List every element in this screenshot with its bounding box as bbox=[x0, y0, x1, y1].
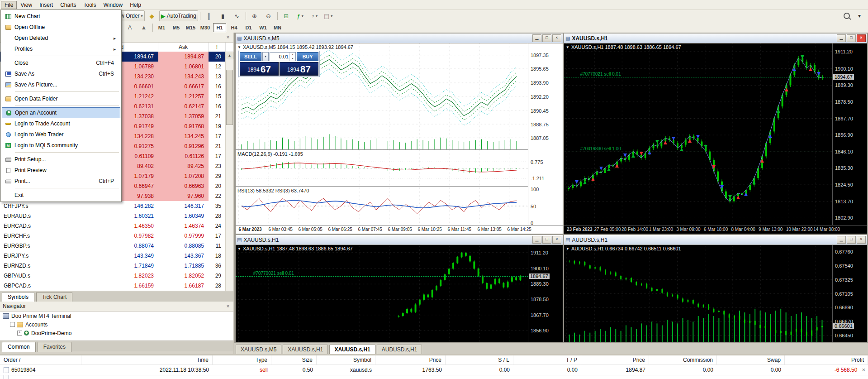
menu-window[interactable]: Window bbox=[100, 1, 127, 9]
market-watch-row[interactable]: GBPCAD.s1.661591.6618728 bbox=[0, 281, 226, 291]
chart-body-xauusd-m5[interactable]: MACD(12,26,9) -0.191 -1.695RSI(13) 58.53… bbox=[236, 43, 563, 234]
sell-button[interactable]: SELL bbox=[240, 52, 261, 61]
file-menu-open-offline[interactable]: Open Offline bbox=[2, 22, 120, 33]
column-header-ask[interactable]: Ask bbox=[158, 43, 209, 52]
market-watch-row[interactable]: EURCHF.s0.979820.9799917 bbox=[0, 231, 226, 241]
market-watch-row[interactable]: CHFJPY.s146.282146.31735 bbox=[0, 201, 226, 211]
bar-chart-button[interactable]: ║ bbox=[202, 10, 216, 21]
timeframe-w1[interactable]: W1 bbox=[256, 23, 270, 32]
timeframe-m30[interactable]: M30 bbox=[199, 23, 212, 32]
tree-item-dooprime-demo[interactable]: +DooPrime-Demo bbox=[0, 329, 233, 337]
chart-title-bar[interactable]: ▤AUDUSD.s,H1▁□× bbox=[564, 235, 867, 245]
chart-tab-xauusd-s-m5[interactable]: XAUUSD.s,M5 bbox=[236, 345, 281, 354]
timeframe-h4[interactable]: H4 bbox=[228, 23, 241, 32]
file-menu-profiles[interactable]: Profiles▸ bbox=[2, 43, 120, 54]
market-watch-row[interactable]: EURJPY.s143.349143.36718 bbox=[0, 251, 226, 261]
minimize-button[interactable]: ▁ bbox=[532, 236, 541, 244]
chart-tab-xauusd-s-h1[interactable]: XAUUSD.s,H1 bbox=[283, 345, 328, 354]
file-menu-new-chart[interactable]: New Chart bbox=[2, 11, 120, 22]
tile-windows-button[interactable]: ⊞ bbox=[280, 10, 293, 21]
shapes-tool-button[interactable]: ▲ bbox=[137, 22, 151, 33]
zoom-in-button[interactable]: ⊕ bbox=[248, 10, 261, 21]
lot-size-field[interactable]: 0.01▴▾ bbox=[270, 52, 296, 61]
text-tool-button[interactable]: A bbox=[123, 22, 137, 33]
candlestick-chart-button[interactable]: ▮ bbox=[216, 10, 230, 21]
tab-tick-chart[interactable]: Tick Chart bbox=[36, 292, 72, 302]
line-chart-button[interactable]: ∿ bbox=[230, 10, 244, 21]
file-menu-print[interactable]: Print...Ctrl+P bbox=[2, 176, 120, 187]
close-icon[interactable]: × bbox=[224, 34, 232, 42]
terminal-column-time[interactable]: Time bbox=[81, 355, 213, 365]
close-button[interactable]: × bbox=[857, 236, 866, 244]
file-menu-print-setup[interactable]: Print Setup... bbox=[2, 154, 120, 165]
market-watch-row[interactable]: EURAUD.s1.603211.6034928 bbox=[0, 211, 226, 221]
menu-view[interactable]: View bbox=[17, 1, 36, 9]
restore-button[interactable]: □ bbox=[847, 34, 856, 42]
restore-button[interactable]: □ bbox=[542, 236, 551, 244]
menu-file[interactable]: File bbox=[1, 1, 17, 9]
chart-body-audusd-h1[interactable]: 0.677600.675400.673250.671050.668900.666… bbox=[564, 245, 867, 342]
file-menu-open-deleted[interactable]: Open Deleted▸ bbox=[2, 33, 120, 43]
scroll-up-icon[interactable]: ▲ bbox=[226, 52, 233, 59]
file-menu-login-to-trade-account[interactable]: Login to Trade Account bbox=[2, 118, 120, 129]
scroll-thumb[interactable] bbox=[226, 70, 233, 125]
timeframe-h1[interactable]: H1 bbox=[213, 23, 226, 32]
zoom-out-button[interactable]: ⊖ bbox=[262, 10, 275, 21]
file-menu-save-as-picture[interactable]: Save As Picture... bbox=[2, 79, 120, 90]
close-icon[interactable]: × bbox=[224, 303, 232, 311]
file-menu-login-to-web-trader[interactable]: Login to Web Trader bbox=[2, 129, 120, 140]
lot-spinner[interactable]: ▴▾ bbox=[289, 53, 295, 61]
menu-charts[interactable]: Charts bbox=[57, 1, 80, 9]
terminal-column-swap[interactable]: Swap bbox=[717, 355, 785, 365]
column-header-spread[interactable]: ! bbox=[209, 43, 226, 52]
file-menu-open-an-account[interactable]: Open an Account bbox=[2, 107, 120, 118]
terminal-column-type[interactable]: Type bbox=[213, 355, 271, 365]
chart-tab-audusd-s-h1[interactable]: AUDUSD.s,H1 bbox=[377, 345, 422, 354]
autotrading-button[interactable]: ▶AutoTrading bbox=[159, 10, 198, 21]
chart-tab-xauusd-s-h1[interactable]: XAUUSD.s,H1 bbox=[329, 345, 375, 354]
terminal-column-size[interactable]: Size bbox=[271, 355, 317, 365]
order-type-dropdown[interactable]: ▾ bbox=[262, 52, 269, 61]
market-watch-row[interactable]: EURNZD.s1.718491.7188536 bbox=[0, 261, 226, 271]
minimize-button[interactable]: ▁ bbox=[837, 236, 846, 244]
panel-splitter[interactable] bbox=[233, 33, 234, 354]
close-order-button[interactable]: × bbox=[862, 365, 865, 375]
chart-title-bar[interactable]: ▤XAUUSD.s,H1▁□× bbox=[564, 34, 867, 43]
toolbars-menu-button[interactable]: ▾ bbox=[853, 10, 866, 21]
file-menu-print-preview[interactable]: Print Preview bbox=[2, 165, 120, 176]
terminal-column-order[interactable]: Order / bbox=[0, 355, 81, 365]
tree-item-accounts[interactable]: -Accounts bbox=[0, 320, 233, 329]
tree-item-doo-prime-mt4-terminal[interactable]: Doo Prime MT4 Terminal bbox=[0, 312, 233, 320]
metaeditor-button[interactable]: ◆ bbox=[145, 10, 159, 21]
expand-icon[interactable]: + bbox=[17, 331, 22, 336]
terminal-column-commission[interactable]: Commission bbox=[649, 355, 717, 365]
menu-tools[interactable]: Tools bbox=[80, 1, 100, 9]
file-menu-close[interactable]: CloseCtrl+F4 bbox=[2, 58, 120, 68]
periods-button[interactable]: ◔▾ bbox=[308, 10, 321, 21]
menu-insert[interactable]: Insert bbox=[36, 1, 57, 9]
search-icon[interactable] bbox=[844, 13, 850, 19]
restore-button[interactable]: □ bbox=[847, 236, 856, 244]
terminal-column-price[interactable]: Price bbox=[581, 355, 649, 365]
close-button[interactable]: × bbox=[552, 34, 561, 42]
menu-help[interactable]: Help bbox=[126, 1, 145, 9]
file-menu-open-data-folder[interactable]: Open Data Folder bbox=[2, 93, 120, 104]
templates-button[interactable]: ▤▾ bbox=[322, 10, 335, 21]
timeframe-d1[interactable]: D1 bbox=[242, 23, 255, 32]
spin-down-icon[interactable]: ▾ bbox=[290, 57, 295, 61]
timeframe-mn[interactable]: MN bbox=[271, 23, 284, 32]
buy-button[interactable]: BUY bbox=[297, 52, 318, 61]
minimize-button[interactable]: ▁ bbox=[532, 34, 541, 42]
timeframe-m5[interactable]: M5 bbox=[170, 23, 183, 32]
tab-favorites[interactable]: Favorites bbox=[38, 342, 71, 352]
terminal-column-s-l[interactable]: S / L bbox=[446, 355, 513, 365]
spin-up-icon[interactable]: ▴ bbox=[290, 53, 295, 57]
terminal-column-profit[interactable]: Profit bbox=[785, 355, 868, 365]
chart-title-bar[interactable]: ▤XAUUSD.s,H1▁□× bbox=[236, 235, 563, 245]
timeframe-m15[interactable]: M15 bbox=[184, 23, 197, 32]
timeframe-m1[interactable]: M1 bbox=[155, 23, 168, 32]
restore-button[interactable]: □ bbox=[542, 34, 551, 42]
file-menu-save-as[interactable]: Save AsCtrl+S bbox=[2, 68, 120, 79]
market-watch-row[interactable]: EURGBP.s0.880740.8808511 bbox=[0, 241, 226, 251]
file-menu-login-to-mql5-community[interactable]: MLogin to MQL5.community bbox=[2, 140, 120, 151]
